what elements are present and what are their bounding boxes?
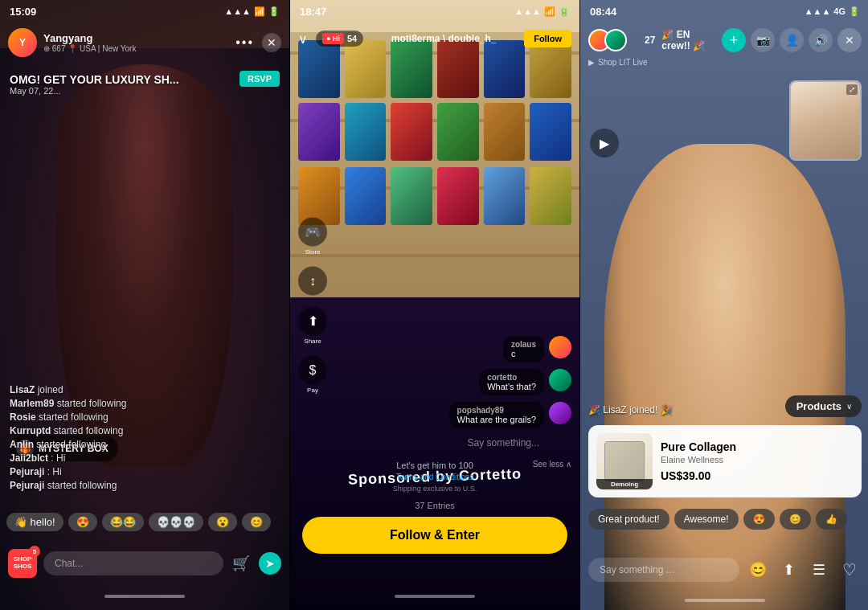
store-icon[interactable]: 🎮: [298, 217, 327, 246]
funko-box: [345, 103, 387, 161]
product-brand-p3: Elaine Wellness: [661, 455, 854, 465]
cart-icon-p1[interactable]: 🛒: [230, 552, 252, 575]
bottom-bar-p1: SHOPSHOS 5 Chat... 🛒 ➤: [0, 549, 289, 578]
terms-link[interactable]: Terms and Conditions: [302, 473, 567, 481]
shop-badge: 5: [29, 546, 40, 557]
hint-text: Let's get him to 100: [302, 461, 567, 470]
emoji-laugh[interactable]: 😂😂: [102, 513, 144, 531]
panel2-header: ∨ ● Hi 54 moti8erma \ double_h_ Follow: [290, 23, 579, 55]
avatar-2-p3: [604, 29, 627, 51]
host-username-p1: Yangyang: [43, 32, 235, 44]
panel1-livestream: 15:09 ▲▲▲ 📶 🔋 Y Yangyang ⊕ 667 📍 USA | N…: [0, 0, 289, 610]
viewer-info-p2: ● Hi 54: [316, 31, 363, 47]
chat-message-p2: cortetto What's that?: [298, 369, 571, 395]
notification-text-p3: 🎉 LisaZ joined! 🎉: [588, 404, 789, 416]
emoji-shocked[interactable]: 😮: [208, 513, 237, 531]
funko-box: [530, 103, 571, 161]
panel3-shoplive: 08:44 ▲▲▲ 4G 🔋 27 🎉 EN crew!! 🎉 + 📷 👤 🔊 …: [580, 0, 868, 610]
funko-shelves: [290, 32, 579, 321]
chat-message-text-p2: c: [511, 349, 536, 358]
entries-count: 37 Entries: [302, 501, 567, 510]
share-button-p3[interactable]: ⬆: [776, 558, 800, 582]
reaction-thumbsup[interactable]: 👍: [816, 509, 847, 530]
close-button-p3[interactable]: ✕: [837, 28, 862, 52]
back-button-p2[interactable]: ∨: [298, 31, 308, 47]
status-time-p3: 08:44: [590, 6, 616, 18]
say-something-input[interactable]: Say something ...: [588, 558, 739, 582]
host-avatar-p1[interactable]: Y: [8, 28, 37, 57]
add-button-p3[interactable]: +: [722, 28, 746, 52]
battery-icon-p2: 🔋: [559, 6, 570, 17]
funko-box: [345, 167, 387, 225]
add-person-button-p3[interactable]: 👤: [780, 28, 804, 52]
chat-message-text-p2: What are the grails?: [457, 415, 536, 424]
shop-label-p1: SHOPSHOS: [14, 556, 32, 571]
shop-icon-p1[interactable]: SHOPSHOS 5: [8, 549, 37, 578]
network-type-p3: 4G: [833, 6, 845, 16]
chat-line: Rosie started following: [10, 411, 280, 423]
follow-enter-button[interactable]: Follow & Enter: [302, 517, 567, 554]
emoji-heart[interactable]: 😍: [68, 513, 97, 531]
store-icon-p3: ▶: [588, 58, 595, 67]
nav-indicator-p2: [395, 595, 475, 598]
store-action[interactable]: 🎮 Store: [298, 217, 327, 255]
reactions-bar-p3: Great product! Awesome! 😍 😊 👍: [588, 509, 862, 530]
follow-button-p2[interactable]: Follow: [524, 30, 571, 47]
viewer-avatars-p3: [588, 29, 627, 51]
products-button-p3[interactable]: Products ∨: [785, 395, 862, 417]
emoji-skull[interactable]: 💀💀💀: [149, 513, 203, 531]
battery-icon-p3: 🔋: [849, 6, 860, 17]
funko-box: [298, 103, 340, 161]
product-info-p3: Pure Collagen Elaine Wellness US$39.00: [661, 440, 854, 482]
send-button-p1[interactable]: ➤: [259, 552, 281, 575]
more-options-button-p1[interactable]: •••: [235, 35, 254, 50]
chat-input-p1[interactable]: Chat...: [43, 551, 223, 575]
status-icons-p3: ▲▲▲ 4G 🔋: [805, 6, 860, 17]
bottom-bar-p3: Say something ... 😊 ⬆ ☰ ♡: [580, 558, 868, 582]
emoji-hello[interactable]: 👋 hello!: [6, 513, 63, 531]
chat-line: Anlin started following: [10, 439, 280, 450]
reaction-awesome[interactable]: Awesome!: [674, 509, 739, 530]
reaction-smile[interactable]: 😊: [780, 509, 811, 530]
battery-icon: 🔋: [268, 6, 280, 17]
share-icon-p2[interactable]: ⬆: [298, 306, 327, 335]
signal-icon-p3: ▲▲▲: [805, 6, 831, 16]
funko-box: [484, 103, 526, 161]
funko-row-2: [298, 103, 571, 161]
pip-overlay[interactable]: ⤢: [789, 80, 862, 161]
resize-icon[interactable]: ↕: [298, 266, 327, 295]
demoing-badge: Demoing: [596, 479, 653, 489]
bottom-cta-p2: Let's get him to 100 Terms and Condition…: [290, 461, 579, 554]
chat-message-text-p2: What's that?: [487, 382, 536, 391]
heart-button-p3[interactable]: ♡: [837, 558, 862, 582]
reaction-great-product[interactable]: Great product!: [588, 509, 669, 530]
chat-bubble-p2: popshady89 What are the grails?: [449, 402, 544, 428]
signal-icon: ▲▲▲: [224, 6, 251, 16]
chat-avatar-p2: [549, 336, 571, 358]
chat-overlay-p2: zolaus c cortetto What's that? popshady8…: [298, 336, 571, 449]
instagram-button-p3[interactable]: 📷: [751, 28, 775, 52]
funko-row-3: [298, 167, 571, 225]
speaker-button-p3[interactable]: 🔊: [809, 28, 833, 52]
status-bar-panel2: 18:47 ▲▲▲ 📶 🔋: [290, 0, 579, 23]
event-date: May 07, 22...: [10, 86, 280, 96]
emoji-button-p3[interactable]: 😊: [746, 558, 770, 582]
funko-box: [437, 103, 479, 161]
reaction-heart-eyes[interactable]: 😍: [743, 509, 775, 530]
product-card-p3: Demoing Pure Collagen Elaine Wellness US…: [588, 425, 862, 497]
rsvp-button[interactable]: RSVP: [240, 71, 280, 87]
chat-username-p2: popshady89: [457, 406, 536, 415]
status-bar-panel1: 15:09 ▲▲▲ 📶 🔋: [0, 0, 289, 23]
host-meta-p1: ⊕ 667 📍 USA | New York: [43, 44, 235, 53]
funko-box: [391, 103, 432, 161]
product-image-p3[interactable]: Demoing: [596, 433, 653, 489]
emoji-happy[interactable]: 😊: [242, 513, 271, 531]
play-pause-button-p3[interactable]: ▶: [590, 129, 619, 158]
pip-expand-icon[interactable]: ⤢: [846, 84, 858, 95]
signal-icon-p2: ▲▲▲: [514, 6, 541, 16]
resize-action[interactable]: ↕: [298, 266, 327, 295]
chat-bubble-p2: cortetto What's that?: [479, 369, 544, 395]
panel2-giveaway: 18:47 ▲▲▲ 📶 🔋 ∨ ● Hi 54 moti8erma \ doub…: [290, 0, 579, 610]
menu-button-p3[interactable]: ☰: [807, 558, 831, 582]
close-button-p1[interactable]: ✕: [262, 33, 281, 52]
